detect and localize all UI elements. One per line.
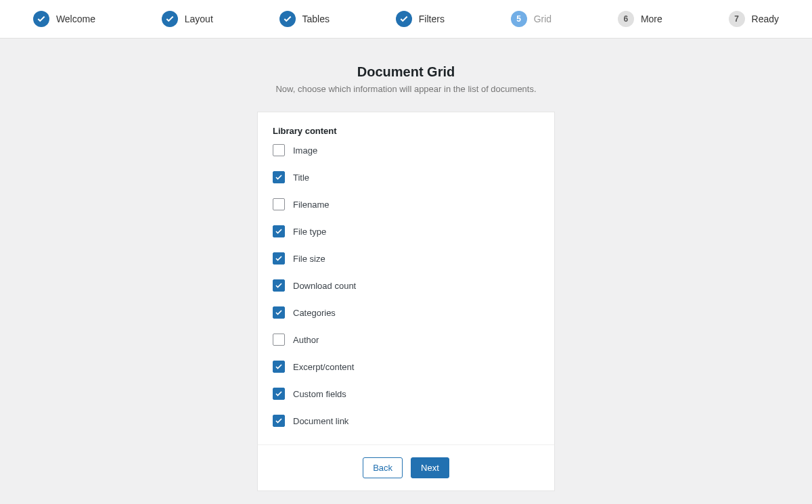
field-label: Download count: [293, 281, 356, 291]
field-label: Custom fields: [293, 389, 346, 399]
step-number: 7: [729, 11, 745, 27]
checkbox-filename[interactable]: [273, 198, 285, 210]
step-number: 5: [511, 11, 527, 27]
step-label: Filters: [419, 14, 445, 24]
step-label: Layout: [185, 14, 213, 24]
field-downloadcount: Download count: [273, 279, 539, 292]
checkbox-excerpt[interactable]: [273, 361, 285, 373]
field-label: File size: [293, 254, 325, 264]
check-icon: [279, 11, 296, 27]
checkbox-image[interactable]: [273, 144, 285, 156]
field-label: Document link: [293, 416, 348, 426]
card-footer: Back Next: [258, 444, 554, 490]
page-subtitle: Now, choose which information will appea…: [0, 84, 812, 94]
field-customfields: Custom fields: [273, 388, 539, 400]
page-title: Document Grid: [0, 64, 812, 80]
field-label: Categories: [293, 308, 336, 318]
step-ready[interactable]: 7 Ready: [729, 11, 779, 27]
field-image: Image: [273, 144, 539, 156]
field-label: Title: [293, 173, 309, 183]
step-label: Welcome: [56, 14, 95, 24]
step-layout[interactable]: Layout: [162, 11, 213, 27]
section-label: Library content: [273, 126, 539, 136]
step-tables[interactable]: Tables: [279, 11, 330, 27]
next-button[interactable]: Next: [411, 457, 449, 478]
field-filetype: File type: [273, 225, 539, 237]
check-icon: [33, 11, 49, 27]
field-categories: Categories: [273, 306, 539, 319]
field-label: Excerpt/content: [293, 362, 354, 372]
checkbox-categories[interactable]: [273, 306, 285, 319]
step-filters[interactable]: Filters: [396, 11, 445, 27]
checkbox-documentlink[interactable]: [273, 415, 285, 427]
step-grid[interactable]: 5 Grid: [511, 11, 551, 27]
wizard-stepper: Welcome Layout Tables Filters 5 Grid 6 M…: [0, 0, 812, 39]
field-label: Filename: [293, 200, 329, 210]
field-label: Image: [293, 145, 317, 156]
settings-card: Library content Image Title Filename Fil…: [257, 112, 555, 491]
field-title: Title: [273, 171, 539, 183]
field-author: Author: [273, 334, 539, 346]
check-icon: [396, 11, 412, 27]
checkbox-filetype[interactable]: [273, 225, 285, 237]
step-welcome[interactable]: Welcome: [33, 11, 95, 27]
checkbox-filesize[interactable]: [273, 252, 285, 265]
step-label: Ready: [752, 14, 779, 24]
checkbox-customfields[interactable]: [273, 388, 285, 400]
field-documentlink: Document link: [273, 415, 539, 427]
step-label: More: [641, 14, 662, 24]
step-more[interactable]: 6 More: [618, 11, 662, 27]
step-label: Tables: [302, 14, 330, 24]
checkbox-author[interactable]: [273, 334, 285, 346]
step-number: 6: [618, 11, 634, 27]
field-excerpt: Excerpt/content: [273, 361, 539, 373]
field-filesize: File size: [273, 252, 539, 265]
step-label: Grid: [534, 14, 551, 24]
back-button[interactable]: Back: [363, 457, 403, 478]
check-icon: [162, 11, 178, 27]
field-label: Author: [293, 335, 319, 345]
field-label: File type: [293, 227, 326, 237]
checkbox-downloadcount[interactable]: [273, 279, 285, 292]
field-filename: Filename: [273, 198, 539, 210]
checkbox-title[interactable]: [273, 171, 285, 183]
